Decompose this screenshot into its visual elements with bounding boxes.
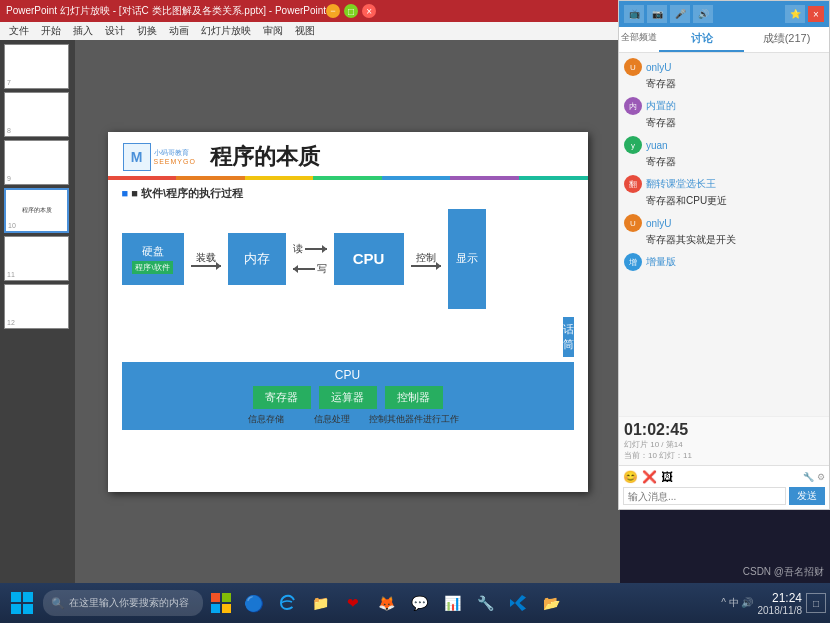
chat-tool-screen[interactable]: 📺 — [624, 5, 644, 23]
slide-thumb-11[interactable]: 11 — [4, 236, 69, 281]
taskbar-icon-4[interactable]: ❤ — [338, 588, 368, 618]
taskbar-icon-6[interactable]: 💬 — [404, 588, 434, 618]
csdn-watermark: CSDN @吾名招财 — [743, 565, 824, 579]
chat-tool-vol[interactable]: 🔊 — [693, 5, 713, 23]
colorbar-yellow — [245, 176, 314, 180]
alu-box: 运算器 — [319, 386, 377, 409]
menu-file[interactable]: 文件 — [4, 24, 34, 38]
chat-close[interactable]: × — [808, 6, 824, 22]
load-arrow: 装载 — [191, 251, 221, 267]
msg-header-5: U onlyU — [624, 214, 824, 232]
slide-thumb-8[interactable]: 8 — [4, 92, 69, 137]
menu-review[interactable]: 审阅 — [258, 24, 288, 38]
maximize-button[interactable]: □ — [344, 4, 358, 18]
taskbar-icon-5[interactable]: 🦊 — [371, 588, 401, 618]
ctrl-desc: 控制其他器件进行工作 — [369, 413, 459, 426]
rw-arrows: 读 写 — [293, 242, 327, 276]
menu-slideshow[interactable]: 幻灯片放映 — [196, 24, 256, 38]
tab-all[interactable]: 全部频道 — [619, 27, 659, 52]
taskbar-icon-7[interactable]: 📊 — [437, 588, 467, 618]
menu-home[interactable]: 开始 — [36, 24, 66, 38]
svg-rect-6 — [211, 604, 220, 613]
load-label: 装载 — [196, 251, 216, 265]
read-row: 读 — [293, 242, 327, 256]
taskbar-icon-edge[interactable] — [272, 588, 302, 618]
logo-name: 小码哥教育 — [154, 148, 196, 158]
chat-tool-star[interactable]: ⭐ — [785, 5, 805, 23]
slide-title: 程序的本质 — [210, 142, 320, 172]
title-bar: PowerPoint 幻灯片放映 - [对话C 类比图解及各类关系.pptx] … — [0, 0, 620, 22]
taskbar-icon-vscode[interactable] — [503, 588, 533, 618]
menu-view[interactable]: 视图 — [290, 24, 320, 38]
taskbar-icon-cortana[interactable]: 🔵 — [239, 588, 269, 618]
menu-animation[interactable]: 动画 — [164, 24, 194, 38]
colorbar-orange — [176, 176, 245, 180]
colorbar-teal — [519, 176, 588, 180]
taskbar-icon-3[interactable]: 📁 — [305, 588, 335, 618]
send-button[interactable]: 发送 — [789, 487, 825, 505]
control-arrow: 控制 — [411, 251, 441, 267]
speaker-box: 话筒 — [563, 317, 574, 357]
harddisk-box: 硬盘 程序\软件 — [122, 233, 184, 285]
menu-bar: 文件 开始 插入 设计 切换 动画 幻灯片放映 审阅 视图 — [0, 22, 620, 40]
clock: 21:24 2018/11/8 — [758, 591, 803, 616]
emoji-camera[interactable]: 🖼 — [661, 470, 673, 484]
window-controls[interactable]: － □ × — [326, 4, 376, 18]
avatar-5: U — [624, 214, 642, 232]
read-label: 读 — [293, 242, 303, 256]
start-button[interactable] — [4, 585, 40, 621]
menu-insert[interactable]: 插入 — [68, 24, 98, 38]
avatar-1: U — [624, 58, 642, 76]
register-desc: 信息存储 — [237, 413, 295, 426]
chat-toolbar: 📺 📷 🎤 🔊 ⭐ × — [619, 1, 829, 27]
slide-thumb-9[interactable]: 9 — [4, 140, 69, 185]
svg-rect-2 — [11, 604, 21, 614]
chat-msg-4: 翻 翻转课堂选长王 寄存器和CPU更近 — [624, 175, 824, 208]
program-label: 程序\软件 — [132, 261, 172, 274]
taskbar-icon-8[interactable]: 🔧 — [470, 588, 500, 618]
bullet-icon: ■ — [122, 187, 129, 199]
taskbar: 🔍 在这里输入你要搜索的内容 🔵 📁 ❤ 🦊 💬 📊 🔧 📂 ^ 中 🔊 — [0, 583, 830, 623]
extra-devices: 话筒 — [126, 317, 574, 357]
taskbar-icon-9[interactable]: 📂 — [536, 588, 566, 618]
timer-area: 01:02:45 幻灯片 10 / 第14当前：10 幻灯：11 — [619, 416, 829, 465]
msg-header-4: 翻 翻转课堂选长王 — [624, 175, 824, 193]
chat-messages[interactable]: U onlyU 寄存器 内 内置的 寄存器 y yuan 寄存器 翻 翻转课堂选… — [619, 53, 829, 416]
chat-input[interactable] — [623, 487, 786, 505]
svg-rect-4 — [211, 593, 220, 602]
avatar-2: 内 — [624, 97, 642, 115]
logo-box: M — [123, 143, 151, 171]
close-button[interactable]: × — [362, 4, 376, 18]
emoji-x[interactable]: ❌ — [642, 470, 657, 484]
chat-tool-mic[interactable]: 🎤 — [670, 5, 690, 23]
color-bar — [108, 176, 588, 180]
msg-header-2: 内 内置的 — [624, 97, 824, 115]
svg-rect-1 — [23, 592, 33, 602]
taskbar-search[interactable]: 🔍 在这里输入你要搜索的内容 — [43, 590, 203, 616]
slide-thumb-10[interactable]: 程序的本质 10 — [4, 188, 69, 233]
control-arrow-line — [411, 265, 441, 267]
minimize-button[interactable]: － — [326, 4, 340, 18]
colorbar-blue — [382, 176, 451, 180]
send-row: 发送 — [623, 487, 825, 505]
ppt-title: PowerPoint 幻灯片放映 - [对话C 类比图解及各类关系.pptx] … — [6, 4, 326, 18]
colorbar-green — [313, 176, 382, 180]
menu-design[interactable]: 设计 — [100, 24, 130, 38]
slides-panel: 7 8 9 程序的本质 10 11 12 — [0, 40, 75, 583]
alu-desc: 信息处理 — [303, 413, 361, 426]
slide-thumb-7[interactable]: 7 — [4, 44, 69, 89]
emoji-smile[interactable]: 😊 — [623, 470, 638, 484]
ctrl-box: 控制器 — [385, 386, 443, 409]
slide-thumb-12[interactable]: 12 — [4, 284, 69, 329]
cpu-box: CPU — [334, 233, 404, 285]
menu-transition[interactable]: 切换 — [132, 24, 162, 38]
tab-achievement[interactable]: 成绩(217) — [744, 27, 829, 52]
search-placeholder: 在这里输入你要搜索的内容 — [69, 596, 189, 610]
tab-discuss[interactable]: 讨论 — [659, 27, 744, 52]
chat-tool-cam[interactable]: 📷 — [647, 5, 667, 23]
colorbar-purple — [450, 176, 519, 180]
memory-label: 内存 — [244, 250, 270, 268]
notification-button[interactable]: □ — [806, 593, 826, 613]
taskbar-icon-1[interactable] — [206, 588, 236, 618]
username-6: 增量版 — [646, 255, 676, 269]
